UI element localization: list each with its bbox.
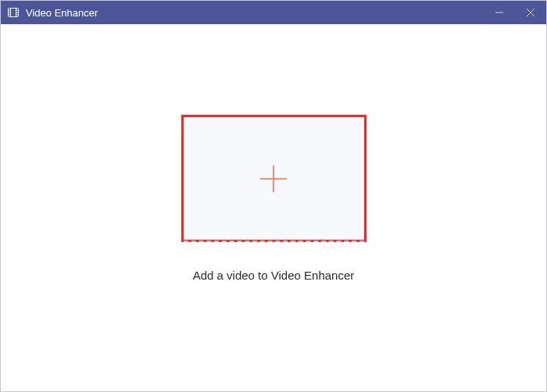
plus-icon: [258, 163, 289, 194]
add-video-caption: Add a video to Video Enhancer: [193, 269, 355, 282]
dropzone-bottom-edge: [184, 241, 364, 242]
app-window: Video Enhancer Add a video to Video En: [0, 0, 547, 392]
app-icon: [7, 6, 20, 19]
close-button[interactable]: [515, 1, 546, 24]
main-content: Add a video to Video Enhancer: [1, 24, 546, 391]
window-title: Video Enhancer: [26, 7, 98, 19]
add-video-dropzone[interactable]: [181, 115, 366, 242]
minimize-button[interactable]: [484, 1, 515, 24]
titlebar: Video Enhancer: [1, 1, 546, 24]
